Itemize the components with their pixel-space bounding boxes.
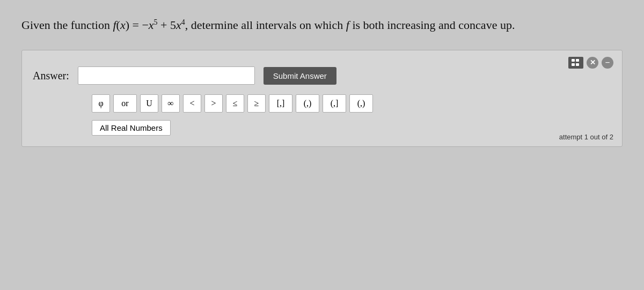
question-text-end: is both increasing and concave up. (349, 18, 515, 32)
svg-rect-1 (576, 59, 579, 62)
main-container: Given the function f(x) = −x5 + 5x4, det… (0, 0, 644, 290)
question-text-after: , determine all intervals on which (185, 18, 346, 32)
answer-input[interactable] (78, 66, 255, 85)
symbol-union[interactable]: U (140, 94, 158, 113)
attempt-text: attempt 1 out of 2 (559, 133, 613, 141)
symbol-less-equal[interactable]: ≤ (226, 94, 244, 113)
svg-rect-2 (572, 63, 575, 66)
question-text-before: Given the function (21, 18, 113, 32)
answer-area: ✕ − Answer: Submit Answer φ or U ∞ < > ≤… (21, 50, 623, 147)
answer-row: Answer: Submit Answer (33, 66, 611, 85)
close-icon[interactable]: ✕ (587, 57, 598, 69)
symbol-open-closed-b[interactable]: (,) (296, 94, 319, 113)
function-expr: f(x) = −x5 + 5x4 (113, 18, 185, 32)
symbol-closed-open[interactable]: (,] (323, 94, 346, 113)
svg-rect-0 (572, 59, 575, 62)
answer-label: Answer: (33, 70, 69, 82)
symbol-greater-than[interactable]: > (204, 94, 223, 113)
top-right-icons: ✕ − (568, 57, 613, 69)
symbol-or[interactable]: or (113, 94, 137, 113)
symbol-row: φ or U ∞ < > ≤ ≥ [,] (,) (,] (,) (92, 94, 611, 113)
all-real-numbers-button[interactable]: All Real Numbers (92, 120, 171, 136)
symbol-greater-equal[interactable]: ≥ (247, 94, 266, 113)
grid-icon[interactable] (568, 57, 583, 69)
minus-icon[interactable]: − (602, 57, 613, 69)
symbol-closed-closed[interactable]: [,] (269, 94, 292, 113)
symbol-less-than[interactable]: < (183, 94, 201, 113)
submit-button[interactable]: Submit Answer (264, 67, 336, 85)
question-text: Given the function f(x) = −x5 + 5x4, det… (21, 16, 623, 34)
svg-rect-3 (576, 63, 579, 66)
symbol-infinity[interactable]: ∞ (162, 94, 180, 113)
symbol-phi[interactable]: φ (92, 94, 110, 113)
symbol-open-open[interactable]: (,) (349, 94, 373, 113)
